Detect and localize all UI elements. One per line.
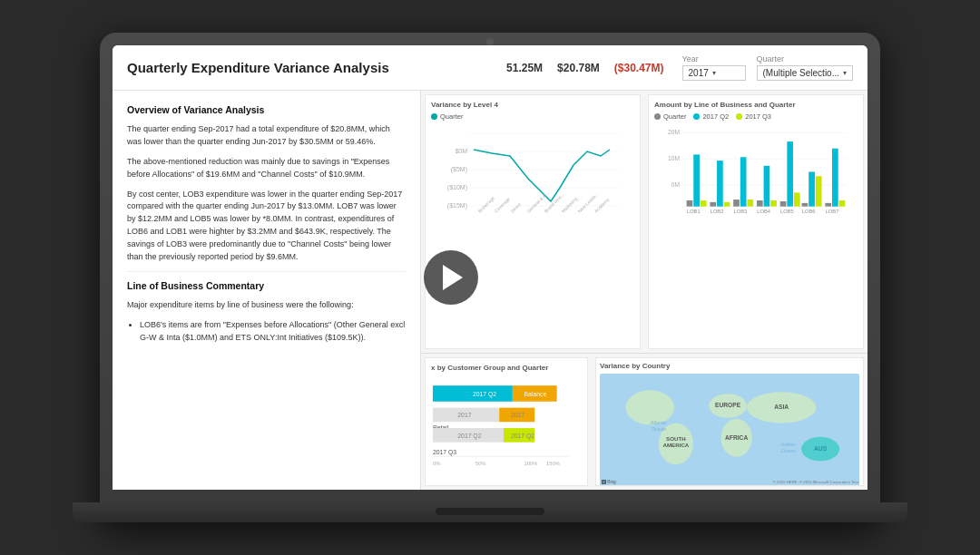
- laptop-lid: Quarterly Expenditure Variance Analysis …: [100, 33, 880, 522]
- main-content: Overview of Variance Analysis The quarte…: [113, 91, 867, 490]
- svg-rect-29: [717, 161, 723, 207]
- svg-text:2017 Q2: 2017 Q2: [511, 433, 534, 440]
- bar-chart-box: Amount by Line of Business and Quarter Q…: [648, 94, 864, 349]
- legend-quarter-label: Quarter: [440, 112, 463, 121]
- quarter-filter-box: Quarter (Multiple Selectio... ▾: [757, 54, 853, 81]
- bar-chart-title: Amount by Line of Business and Quarter: [654, 101, 858, 109]
- svg-text:$0M: $0M: [455, 148, 467, 154]
- paragraph-1: The quarter ending Sep-2017 had a total …: [127, 123, 406, 149]
- svg-rect-41: [787, 141, 793, 207]
- svg-text:Ocean: Ocean: [651, 426, 666, 432]
- svg-rect-37: [764, 166, 770, 207]
- laptop-body: Quarterly Expenditure Variance Analysis …: [100, 33, 880, 522]
- svg-text:Academy: Academy: [593, 196, 610, 213]
- bullet-item-1: LOB6's items are from "Expenses before A…: [140, 319, 406, 345]
- bar-legend-q3-label: 2017 Q3: [745, 112, 771, 121]
- section1-heading: Overview of Variance Analysis: [127, 103, 406, 118]
- svg-text:EUROPE: EUROPE: [715, 402, 741, 408]
- laptop-screen: Quarterly Expenditure Variance Analysis …: [113, 45, 867, 490]
- map-container: EUROPE ASIA AFRICA: [600, 374, 859, 486]
- svg-text:Indian: Indian: [781, 442, 796, 447]
- svg-text:0M: 0M: [671, 181, 681, 188]
- svg-text:2017: 2017: [457, 412, 471, 418]
- svg-text:© 2015 HERE, © 2015 Microsoft : © 2015 HERE, © 2015 Microsoft Corporatio…: [773, 480, 859, 484]
- legend-quarter: Quarter: [431, 112, 463, 121]
- svg-text:Brokerage: Brokerage: [476, 195, 495, 214]
- section2-heading: Line of Business Commentary: [127, 279, 406, 294]
- year-filter-label: Year: [682, 54, 746, 63]
- map-title: Variance by Country: [600, 362, 859, 370]
- bar-legend-q3-dot: [736, 113, 742, 120]
- svg-rect-30: [724, 202, 730, 207]
- legend-quarter-dot: [431, 113, 437, 120]
- svg-text:($5M): ($5M): [451, 166, 467, 173]
- svg-text:50%: 50%: [475, 461, 486, 466]
- year-filter-select[interactable]: 2017 ▾: [682, 65, 746, 81]
- paragraph-3: By cost center, LOB3 expenditure was low…: [127, 189, 406, 265]
- map-svg: EUROPE ASIA AFRICA: [600, 374, 859, 486]
- svg-text:150%: 150%: [546, 461, 560, 466]
- svg-text:2017 Q2: 2017 Q2: [457, 433, 481, 440]
- svg-rect-25: [693, 154, 700, 206]
- svg-point-89: [801, 437, 839, 462]
- svg-text:ASIA: ASIA: [774, 404, 789, 410]
- svg-text:2017 Q3: 2017 Q3: [433, 449, 456, 456]
- line-chart-title: Variance by Level 4: [431, 101, 634, 109]
- svg-text:LOB2: LOB2: [710, 209, 724, 214]
- svg-rect-42: [794, 192, 800, 206]
- svg-rect-45: [808, 172, 815, 207]
- header-bar: Quarterly Expenditure Variance Analysis …: [113, 45, 867, 91]
- laptop-camera: [486, 38, 494, 45]
- stacked-chart-svg: Brokerage Retail 2017 Q3 2017 Q2 Balance: [431, 375, 582, 484]
- metric-total: 51.25M: [506, 62, 543, 74]
- svg-rect-44: [802, 203, 808, 207]
- laptop-base: [73, 502, 907, 522]
- svg-text:LOB1: LOB1: [687, 209, 701, 214]
- section-divider: [127, 271, 406, 272]
- svg-rect-24: [687, 200, 693, 207]
- svg-rect-49: [832, 149, 838, 207]
- svg-text:Marketing: Marketing: [560, 196, 578, 214]
- bar-legend-q3: 2017 Q3: [736, 112, 771, 121]
- svg-rect-33: [740, 157, 747, 206]
- report-title: Quarterly Expenditure Variance Analysis: [127, 60, 488, 75]
- paragraph-2: The above-mentioned reduction was mainly…: [127, 156, 406, 181]
- year-chevron-icon: ▾: [712, 69, 716, 77]
- metric-group: 51.25M $20.78M ($30.47M): [506, 62, 663, 74]
- play-button[interactable]: [424, 250, 478, 305]
- svg-text:Direct: Direct: [509, 201, 522, 214]
- svg-text:Atlantic: Atlantic: [649, 420, 667, 425]
- svg-text:10M: 10M: [668, 155, 680, 161]
- svg-rect-28: [710, 202, 716, 207]
- metric-current: $20.78M: [557, 62, 600, 74]
- svg-text:🅱 Bing: 🅱 Bing: [602, 480, 616, 484]
- bar-chart-svg: 20M 10M 0M LOB1: [654, 124, 858, 219]
- quarter-chevron-icon: ▾: [843, 69, 847, 77]
- quarter-filter-select[interactable]: (Multiple Selectio... ▾: [757, 65, 853, 81]
- svg-rect-34: [747, 200, 753, 207]
- svg-text:AFRICA: AFRICA: [725, 434, 748, 441]
- svg-text:LOB7: LOB7: [826, 209, 839, 214]
- svg-text:20M: 20M: [668, 129, 680, 135]
- screen-content: Quarterly Expenditure Variance Analysis …: [113, 45, 867, 490]
- line-chart-legend: Quarter: [431, 112, 634, 121]
- svg-text:100%: 100%: [524, 461, 538, 466]
- paragraph-4: Major expenditure items by line of busin…: [127, 299, 406, 312]
- bar-legend-quarter-dot: [654, 113, 661, 120]
- filter-group: Year 2017 ▾ Quarter (Multiple Selectio..…: [682, 54, 853, 81]
- svg-rect-46: [816, 176, 822, 206]
- text-panel: Overview of Variance Analysis The quarte…: [113, 91, 421, 490]
- line-chart-box: Variance by Level 4 Quarter: [425, 94, 641, 349]
- stacked-chart-title: x by Customer Group and Quarter: [431, 364, 582, 372]
- metric-variance: ($30.47M): [614, 62, 664, 74]
- svg-rect-40: [780, 201, 787, 207]
- laptop-notch: [436, 508, 544, 515]
- svg-text:($10M): ($10M): [447, 184, 467, 191]
- map-box: Variance by Country: [595, 357, 864, 486]
- bar-chart-legend: Quarter 2017 Q2 2017 Q3: [654, 112, 858, 121]
- svg-text:2017: 2017: [511, 412, 524, 418]
- quarter-filter-value: (Multiple Selectio...: [763, 68, 839, 78]
- svg-rect-26: [701, 200, 707, 207]
- svg-text:Balance: Balance: [524, 391, 547, 397]
- svg-text:LOB3: LOB3: [734, 209, 748, 214]
